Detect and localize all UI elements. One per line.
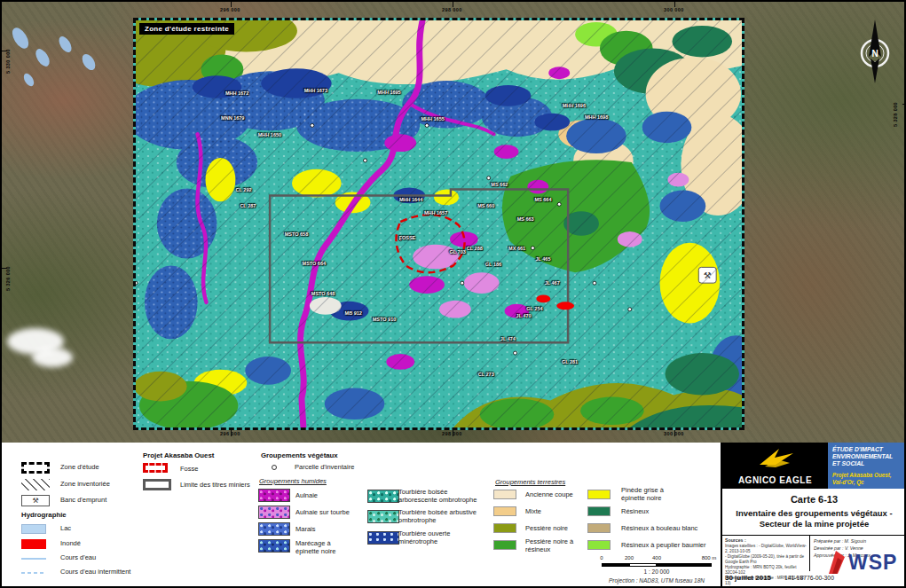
scale-bar-segment xyxy=(602,563,629,567)
map-sheet: N xyxy=(0,0,906,588)
credit-line: Préparée par : M. Sigouin xyxy=(814,538,902,545)
marais-swatch xyxy=(258,522,290,536)
legend-label: Ancienne coupe xyxy=(525,491,573,499)
map-feature-label: JL 470 xyxy=(516,313,532,318)
grid-coordinate: 5 330 000 xyxy=(5,49,11,74)
source-line: - DigitalGlobe (2009-05-20), tirée à par… xyxy=(725,554,808,565)
grid-coordinate: 296 000 xyxy=(220,431,240,436)
map-feature-label: MHH 1672 xyxy=(225,90,248,96)
map-feature-label: MHH 1655 xyxy=(421,116,445,122)
map-feature-label: MHH 1696 xyxy=(563,103,586,108)
agnico-logo-box: AGNICO EAGLE xyxy=(722,443,828,489)
map-feature-label: MHH 1698 xyxy=(585,114,608,120)
crossed-tools-icon: ⚒ xyxy=(32,497,38,505)
aulnaie-swatch xyxy=(258,489,290,502)
scale-ratio: 1 : 20 000 xyxy=(644,568,670,575)
tourbiere-arborescente-swatch xyxy=(367,490,399,503)
restricted-zone-label: Zone d'étude restreinte xyxy=(139,23,234,35)
project-name: Projet Akasaba Ouest, Val-d'Or, Qc xyxy=(832,472,902,485)
grid-coordinate: 298 000 xyxy=(442,431,462,436)
legend-label: Limite des titres miniers xyxy=(180,482,250,490)
grid-tick xyxy=(902,104,906,105)
resineux-bouleau-swatch xyxy=(587,523,611,533)
north-letter: N xyxy=(871,49,878,59)
tourbiere-arbustive-swatch xyxy=(367,510,399,523)
divider xyxy=(722,535,906,536)
title-block: AGNICO EAGLE ÉTUDE D'IMPACT ENVIRONNEMEN… xyxy=(722,443,906,586)
legend-label: Zone inventoriée xyxy=(60,481,110,489)
grid-coordinate: 5 326 000 xyxy=(5,266,11,291)
zone-etude-swatch xyxy=(21,462,50,474)
legend-label: Aulnaie xyxy=(295,492,372,500)
scale-tick: 200 xyxy=(625,555,634,561)
map-feature-label: MSTO 648 xyxy=(311,291,335,296)
cours-eau-swatch xyxy=(21,558,46,560)
divider xyxy=(809,536,810,571)
map-feature-label: JL 465 xyxy=(535,256,550,262)
map-feature-label: MS 660 xyxy=(477,203,494,208)
lake-blob xyxy=(80,51,98,72)
veg-header: Groupements végétaux xyxy=(261,451,338,459)
map-feature-label: JL 474 xyxy=(500,336,516,341)
map-feature-label: MHH 1657 xyxy=(424,210,447,216)
legend-label: Cours d'eau xyxy=(60,554,96,562)
map-feature-label: CL 288 xyxy=(467,246,483,251)
study-box: ÉTUDE D'IMPACT ENVIRONNEMENTAL ET SOCIAL… xyxy=(828,443,906,489)
map-feature-label: JL 467 xyxy=(545,280,560,286)
wsp-flag-icon xyxy=(827,549,848,576)
scale-tick: 0 xyxy=(600,555,603,561)
map-feature-label: GL 281 xyxy=(562,359,578,365)
source-line: Images satellites : - DigitalGlobe, Worl… xyxy=(725,544,808,554)
inonde-swatch xyxy=(21,539,46,549)
legend-label: Lac xyxy=(60,525,71,533)
grid-coordinate: 5 328 000 xyxy=(893,102,898,127)
map-date: 30 juillet 2015 xyxy=(725,574,771,582)
legend-label: Mixte xyxy=(525,508,541,516)
legend-label: Pessière noire à résineux xyxy=(525,538,575,553)
hydro-header: Hydrographie xyxy=(21,511,67,519)
parcelle-symbol xyxy=(272,465,277,470)
fosse-swatch xyxy=(143,463,168,473)
map-feature-label: MB 912 xyxy=(345,310,362,316)
project-number: 141-18776-00-300 xyxy=(784,575,834,581)
map-feature-label: MSTO 658 xyxy=(285,231,309,237)
grid-coordinate: 300 000 xyxy=(664,431,684,436)
legend-label: Résineux xyxy=(621,508,649,516)
map-feature-label: GL 254 xyxy=(526,306,542,311)
map-feature-label: MS 664 xyxy=(534,197,551,202)
scale-bar-segment xyxy=(629,563,657,567)
map-feature-label: MHH 1650 xyxy=(258,132,281,137)
map-feature-label: MX 661 xyxy=(508,246,525,251)
cours-eau-intermittent-swatch xyxy=(21,572,46,574)
map-title: Inventaire des groupements végétaux - Se… xyxy=(722,508,906,529)
map-feature-label: MHH 1673 xyxy=(304,88,327,93)
terrestres-header: Groupements terrestres xyxy=(495,478,565,486)
legend-label: Tourbière boisée arbustive ombrotrophe xyxy=(398,509,487,524)
banc-emprunt-swatch: ⚒ xyxy=(21,495,50,506)
scale-tick: 400 xyxy=(652,555,661,561)
lac-swatch xyxy=(21,524,46,534)
marecage-swatch xyxy=(258,539,290,553)
mixte-swatch xyxy=(493,506,516,516)
north-arrow-icon: N xyxy=(852,18,898,85)
pessiere-resineux-swatch xyxy=(493,540,516,550)
legend-label: Pessière noire xyxy=(525,525,568,533)
legend-label: Fosse xyxy=(180,466,198,474)
map-number: Carte 6-13 xyxy=(722,494,906,505)
lake-blob xyxy=(57,35,75,55)
aulnaie-tourbe-swatch xyxy=(258,506,290,519)
legend-label: Inondé xyxy=(60,540,81,548)
map-feature-label: FOSSE xyxy=(399,235,416,240)
pessiere-noire-swatch xyxy=(493,523,516,533)
titres-miniers-swatch xyxy=(143,479,171,490)
project-header: Projet Akasaba Ouest xyxy=(143,451,214,459)
map-feature-label: MS 662 xyxy=(491,182,508,187)
cloud xyxy=(32,348,73,367)
legend-label: Résineux à peuplier baumier xyxy=(621,542,705,550)
legend-label: Parcelle d'inventaire xyxy=(295,464,354,472)
map-feature-label: CL 292 xyxy=(236,187,252,192)
legend-label: Cours d'eau intermittent xyxy=(60,568,130,576)
legend-label: Marécage à épinette noire xyxy=(295,540,351,555)
grid-coordinate: 296 000 xyxy=(220,7,240,12)
pinede-swatch xyxy=(587,490,611,499)
